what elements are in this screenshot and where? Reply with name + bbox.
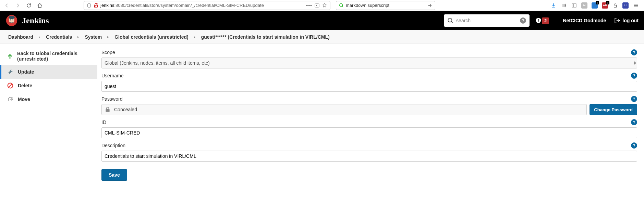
alert-badge[interactable]: ! 2 <box>535 17 549 24</box>
sidebar-item-move[interactable]: Move <box>0 92 97 106</box>
breadcrumb: Dashboard ▸ Credentials ▸ System ▸ Globa… <box>0 30 644 44</box>
description-label: Description <box>101 143 125 148</box>
search-icon <box>447 17 453 24</box>
sidebar: Back to Global credentials (unrestricted… <box>0 44 97 191</box>
scope-label: Scope <box>101 50 115 55</box>
breadcrumb-separator: ▸ <box>107 35 109 39</box>
page-action-ellipsis-icon[interactable]: ••• <box>306 3 312 8</box>
svg-rect-17 <box>106 109 109 112</box>
save-button[interactable]: Save <box>101 169 127 181</box>
sidebar-item-label: Delete <box>18 83 32 88</box>
browser-toolbar: jenkins:8080/credentials/store/system/do… <box>0 0 644 11</box>
url-text: jenkins:8080/credentials/store/system/do… <box>100 3 304 8</box>
logout-button[interactable]: log out <box>614 17 639 24</box>
nav-forward-button[interactable] <box>13 1 23 10</box>
extension-lock-icon[interactable] <box>612 2 619 9</box>
lock-icon <box>105 106 111 113</box>
breadcrumb-credentials[interactable]: Credentials <box>46 34 72 40</box>
help-icon[interactable]: ? <box>631 73 637 79</box>
breadcrumb-separator: ▸ <box>194 35 196 39</box>
breadcrumb-dashboard[interactable]: Dashboard <box>8 34 33 40</box>
password-concealed-text: Concealed <box>114 107 137 112</box>
svg-line-16 <box>9 84 12 87</box>
jenkins-logo[interactable]: Jenkins <box>5 14 49 27</box>
help-icon[interactable]: ? <box>631 142 637 149</box>
sidebar-item-label: Back to Global credentials (unrestricted… <box>17 51 90 62</box>
downloads-icon[interactable] <box>550 2 557 9</box>
delete-icon <box>7 82 14 89</box>
svg-point-10 <box>9 16 15 19</box>
extension-blue-icon[interactable]: 0 <box>591 2 598 9</box>
reader-mode-icon[interactable] <box>314 3 320 8</box>
extension-abp-icon[interactable]: AB2 <box>602 2 608 9</box>
sidebar-item-label: Update <box>18 69 34 75</box>
breadcrumb-system[interactable]: System <box>85 34 102 40</box>
svg-point-13 <box>448 18 452 22</box>
breadcrumb-credential[interactable]: guest/****** (Credentials to start simul… <box>201 34 330 40</box>
lock-insecure-icon <box>94 3 98 8</box>
wrench-icon <box>7 68 14 75</box>
username-input[interactable] <box>101 81 637 92</box>
shield-icon <box>87 3 92 8</box>
sidebar-item-back[interactable]: Back to Global credentials (unrestricted… <box>0 47 97 65</box>
password-label: Password <box>101 96 122 102</box>
svg-point-4 <box>340 3 343 7</box>
up-arrow-icon <box>7 53 13 60</box>
library-icon[interactable] <box>560 2 567 9</box>
move-icon <box>7 96 14 103</box>
go-arrow-icon[interactable] <box>427 3 432 8</box>
main-form: Scope ? Username ? Password ? <box>97 44 644 191</box>
help-icon[interactable]: ? <box>631 119 637 125</box>
header-search-input[interactable] <box>456 18 517 23</box>
svg-point-12 <box>12 20 13 21</box>
user-name[interactable]: NetCICD Godmode <box>563 18 606 23</box>
alert-count: 2 <box>542 17 549 24</box>
extension-m-icon[interactable]: M <box>581 2 588 9</box>
breadcrumb-separator: ▸ <box>77 35 79 39</box>
help-icon[interactable]: ? <box>631 49 637 55</box>
nav-home-button[interactable] <box>35 1 45 10</box>
svg-rect-7 <box>614 5 617 7</box>
sidebar-item-label: Move <box>18 97 30 102</box>
nav-back-button[interactable] <box>2 1 12 10</box>
username-label: Username <box>101 73 124 78</box>
bookmark-star-icon[interactable] <box>322 3 327 8</box>
browser-search-text: markdown superscript <box>346 3 425 8</box>
jenkins-mascot-icon <box>5 14 18 27</box>
sidebar-item-delete[interactable]: Delete <box>0 79 97 92</box>
id-label: ID <box>101 119 106 125</box>
breadcrumb-global[interactable]: Global credentials (unrestricted) <box>114 34 189 40</box>
extension-u-icon[interactable]: U <box>622 2 629 9</box>
browser-search-bar[interactable]: markdown superscript <box>336 1 435 10</box>
nav-reload-button[interactable] <box>24 1 34 10</box>
header-search[interactable]: ? <box>444 14 530 27</box>
scope-select[interactable] <box>101 58 637 68</box>
logout-icon <box>614 17 620 24</box>
url-bar[interactable]: jenkins:8080/credentials/store/system/do… <box>84 1 330 10</box>
svg-rect-3 <box>315 4 319 7</box>
alert-shield-icon: ! <box>535 17 542 24</box>
menu-hamburger-icon[interactable] <box>632 2 639 9</box>
svg-point-11 <box>10 20 11 21</box>
id-input[interactable] <box>101 127 637 138</box>
help-icon[interactable]: ? <box>631 96 637 102</box>
search-engine-icon <box>339 3 344 8</box>
svg-rect-5 <box>572 4 576 7</box>
jenkins-title: Jenkins <box>22 16 49 25</box>
description-input[interactable] <box>101 151 637 162</box>
svg-text:!: ! <box>538 18 539 23</box>
sidebar-item-update[interactable]: Update <box>0 65 97 79</box>
change-password-button[interactable]: Change Password <box>590 104 637 115</box>
breadcrumb-separator: ▸ <box>39 35 40 39</box>
password-display: Concealed <box>101 104 587 115</box>
svg-rect-0 <box>88 3 91 7</box>
jenkins-header: Jenkins ? ! 2 NetCICD Godmode log out <box>0 11 644 30</box>
search-help-icon[interactable]: ? <box>520 17 526 24</box>
sidebar-toggle-icon[interactable] <box>571 2 578 9</box>
